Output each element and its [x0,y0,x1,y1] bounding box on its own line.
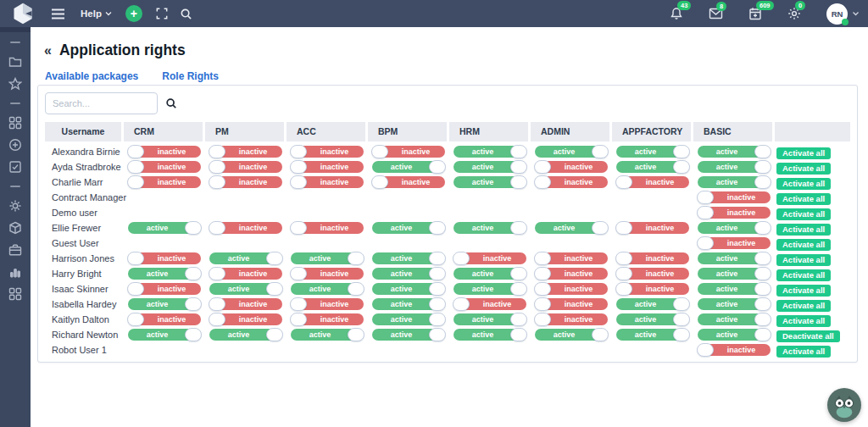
search-input[interactable] [45,92,158,114]
activate-all-button[interactable]: Activate all [776,285,831,297]
activate-all-button[interactable]: Activate all [776,300,831,312]
toggle-admin[interactable]: active [535,222,608,234]
toggle-crm[interactable]: inactive [128,161,201,173]
toggle-crm[interactable]: active [128,222,201,234]
activate-all-button[interactable]: Activate all [776,254,831,266]
toggle-pm[interactable]: active [209,252,282,264]
toggle-crm[interactable]: inactive [128,146,201,158]
toggle-pm[interactable]: inactive [209,146,282,158]
toggle-bpm[interactable]: active [372,161,445,173]
sidebar-item-package-icon[interactable] [8,221,22,235]
toggle-admin[interactable]: inactive [535,313,608,325]
toggle-crm[interactable]: inactive [128,176,201,188]
toggle-hrm[interactable]: inactive [453,298,526,310]
toggle-pm[interactable]: active [209,329,282,341]
toggle-appfactory[interactable]: active [616,329,689,341]
toggle-crm[interactable]: active [128,298,201,310]
sidebar-item-apps-grid-icon[interactable] [8,116,22,130]
add-button[interactable]: + [125,5,142,22]
toggle-bpm[interactable]: active [372,268,445,280]
assistant-owl-widget-button[interactable] [827,388,861,422]
toggle-admin[interactable]: active [535,146,608,158]
toggle-admin[interactable]: inactive [535,161,608,173]
activate-all-button[interactable]: Activate all [776,239,831,251]
toggle-pm[interactable]: inactive [209,222,282,234]
fullscreen-icon[interactable] [156,8,168,19]
toggle-admin[interactable]: inactive [535,252,608,264]
toggle-appfactory[interactable]: active [616,313,689,325]
toggle-basic[interactable]: inactive [698,191,771,203]
sidebar-item-briefcase-icon[interactable] [8,243,22,257]
sidebar-item-modules-grid-icon[interactable] [8,287,22,301]
toggle-acc[interactable]: inactive [291,268,364,280]
sidebar-item-gear-icon[interactable] [8,199,22,213]
toggle-bpm[interactable]: active [372,252,445,264]
toggle-bpm[interactable]: active [372,222,445,234]
toggle-appfactory[interactable]: active [616,146,689,158]
search-icon[interactable] [165,97,177,109]
toggle-pm[interactable]: inactive [209,161,282,173]
toggle-hrm[interactable]: active [453,161,526,173]
toggle-basic[interactable]: inactive [698,344,771,356]
activate-all-button[interactable]: Activate all [776,269,831,281]
hamburger-menu-button[interactable] [51,8,65,19]
toggle-admin[interactable]: active [535,329,608,341]
deactivate-all-button[interactable]: Deactivate all [776,330,840,342]
toggle-basic[interactable]: active [698,268,771,280]
activate-all-button[interactable]: Activate all [776,346,831,358]
toggle-acc[interactable]: inactive [291,298,364,310]
activate-all-button[interactable]: Activate all [776,208,831,220]
help-menu[interactable]: Help [81,8,112,19]
toggle-bpm[interactable]: inactive [372,176,445,188]
calendar-icon[interactable]: 609 [748,7,762,20]
activate-all-button[interactable]: Activate all [776,224,831,236]
activate-all-button[interactable]: Activate all [776,315,831,327]
toggle-appfactory[interactable]: active [616,161,689,173]
sidebar-item-stats-chart-icon[interactable] [8,265,22,279]
toggle-hrm[interactable]: active [453,329,526,341]
toggle-acc[interactable]: inactive [291,222,364,234]
sidebar-item-star-icon[interactable] [8,77,22,91]
messages-envelope-icon[interactable]: 8 [709,8,723,19]
toggle-admin[interactable]: inactive [535,283,608,295]
toggle-appfactory[interactable]: inactive [616,222,689,234]
toggle-pm[interactable]: inactive [209,313,282,325]
sidebar-item-add-circle-icon[interactable] [8,138,22,152]
toggle-acc[interactable]: inactive [291,176,364,188]
toggle-basic[interactable]: active [698,222,771,234]
toggle-hrm[interactable]: active [453,268,526,280]
toggle-hrm[interactable]: active [453,146,526,158]
toggle-basic[interactable]: active [698,252,771,264]
toggle-hrm[interactable]: active [453,313,526,325]
toggle-appfactory[interactable]: inactive [616,252,689,264]
toggle-pm[interactable]: inactive [209,298,282,310]
activate-all-button[interactable]: Activate all [776,147,831,159]
sidebar-item-folder-icon[interactable] [8,55,22,69]
toggle-pm[interactable]: inactive [209,176,282,188]
toggle-acc[interactable]: active [291,252,364,264]
toggle-admin[interactable]: inactive [535,268,608,280]
toggle-crm[interactable]: active [128,329,201,341]
toggle-acc[interactable]: active [291,283,364,295]
toggle-acc[interactable]: inactive [291,146,364,158]
toggle-admin[interactable]: inactive [535,176,608,188]
toggle-bpm[interactable]: active [372,329,445,341]
toggle-crm[interactable]: active [128,268,201,280]
user-menu[interactable]: RN [826,3,860,25]
avatar[interactable]: RN [826,3,848,25]
toggle-hrm[interactable]: active [453,222,526,234]
toggle-basic[interactable]: active [698,313,771,325]
topbar-search-icon[interactable] [180,8,192,20]
app-logo-icon[interactable] [8,2,37,25]
toggle-appfactory[interactable]: inactive [616,176,689,188]
toggle-basic[interactable]: active [698,176,771,188]
toggle-basic[interactable]: inactive [698,207,771,219]
toggle-basic[interactable]: active [698,283,771,295]
toggle-crm[interactable]: inactive [128,283,201,295]
toggle-appfactory[interactable]: inactive [616,283,689,295]
toggle-basic[interactable]: inactive [698,237,771,249]
toggle-bpm[interactable]: active [372,313,445,325]
activate-all-button[interactable]: Activate all [776,193,831,205]
toggle-basic[interactable]: active [698,329,771,341]
toggle-bpm[interactable]: active [372,298,445,310]
